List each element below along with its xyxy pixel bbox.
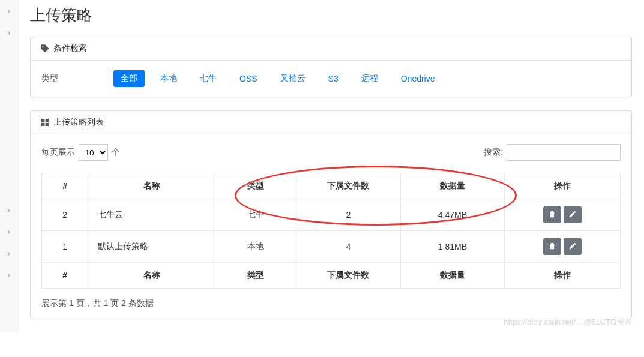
- delete-button[interactable]: [543, 238, 561, 255]
- table-footer-row: # 名称 类型 下属文件数 数据量 操作: [42, 263, 621, 289]
- list-card-header: 上传策略列表: [31, 111, 631, 134]
- trash-icon: [548, 210, 556, 220]
- filter-card-title: 条件检索: [53, 43, 87, 54]
- table-row: 2七牛云七牛24.47MB: [42, 199, 621, 231]
- edit-button[interactable]: [564, 238, 582, 255]
- cell-type: 本地: [215, 231, 296, 263]
- filter-option[interactable]: 远程: [354, 70, 385, 87]
- pagination-info: 展示第 1 页，共 1 页 2 条数据: [41, 298, 621, 309]
- per-page-suffix: 个: [112, 147, 120, 158]
- per-page-select[interactable]: 10: [79, 144, 108, 161]
- policy-table: # 名称 类型 下属文件数 数据量 操作 2七牛云七牛24.47MB1默认上传策…: [41, 173, 621, 289]
- filter-card: 条件检索 类型 全部本地七牛OSS又拍云S3远程Onedrive: [30, 37, 632, 97]
- sidebar-collapsed: › › › › › ›: [0, 0, 18, 332]
- filter-type-label: 类型: [41, 73, 107, 84]
- sidebar-chevron[interactable]: ›: [0, 242, 17, 264]
- cell-index: 2: [42, 199, 88, 231]
- filter-option[interactable]: 全部: [113, 70, 145, 87]
- col-type[interactable]: 类型: [215, 173, 296, 199]
- sidebar-chevron[interactable]: ›: [0, 221, 17, 242]
- cell-size: 1.81MB: [400, 231, 505, 263]
- filter-option[interactable]: 本地: [153, 70, 184, 87]
- per-page-prefix: 每页展示: [41, 147, 75, 158]
- sidebar-chevron[interactable]: ›: [0, 264, 17, 286]
- col-name: 名称: [88, 263, 215, 289]
- col-size[interactable]: 数据量: [400, 173, 505, 199]
- cell-name: 默认上传策略: [88, 231, 215, 263]
- cell-type: 七牛: [215, 199, 296, 231]
- cell-actions: [505, 199, 621, 231]
- sidebar-chevron[interactable]: ›: [0, 22, 17, 43]
- filter-option[interactable]: OSS: [232, 71, 265, 86]
- table-header-row: # 名称 类型 下属文件数 数据量 操作: [42, 173, 621, 199]
- col-name[interactable]: 名称: [88, 173, 215, 199]
- page-title: 上传策略: [30, 5, 632, 26]
- col-index: #: [42, 263, 88, 289]
- grid-icon: [40, 118, 50, 127]
- filter-option[interactable]: 七牛: [193, 70, 224, 87]
- edit-button[interactable]: [564, 206, 582, 223]
- edit-icon: [568, 242, 577, 252]
- trash-icon: [548, 242, 556, 252]
- cell-actions: [505, 231, 621, 263]
- col-actions[interactable]: 操作: [505, 173, 621, 199]
- table-row: 1默认上传策略本地41.81MB: [42, 231, 621, 263]
- search-label: 搜索:: [484, 147, 503, 158]
- cell-name: 七牛云: [88, 199, 215, 231]
- filter-option[interactable]: S3: [321, 71, 346, 86]
- sidebar-chevron[interactable]: ›: [0, 199, 17, 221]
- col-actions: 操作: [505, 263, 621, 289]
- cell-size: 4.47MB: [400, 199, 505, 231]
- filter-card-header: 条件检索: [31, 37, 631, 61]
- edit-icon: [568, 210, 577, 220]
- delete-button[interactable]: [543, 206, 561, 223]
- col-filecount[interactable]: 下属文件数: [296, 173, 401, 199]
- sidebar-chevron[interactable]: ›: [0, 0, 17, 22]
- tag-icon: [40, 44, 50, 53]
- search-input[interactable]: [507, 144, 621, 161]
- col-index[interactable]: #: [42, 173, 88, 199]
- col-filecount: 下属文件数: [296, 263, 401, 289]
- list-card: 上传策略列表 每页展示 10 个 搜索: #: [30, 110, 632, 319]
- col-size: 数据量: [400, 263, 505, 289]
- cell-index: 1: [42, 231, 88, 263]
- cell-filecount: 2: [296, 199, 401, 231]
- col-type: 类型: [215, 263, 296, 289]
- cell-filecount: 4: [296, 231, 401, 263]
- list-card-title: 上传策略列表: [53, 117, 104, 128]
- filter-option[interactable]: 又拍云: [273, 70, 313, 87]
- filter-option[interactable]: Onedrive: [394, 71, 442, 86]
